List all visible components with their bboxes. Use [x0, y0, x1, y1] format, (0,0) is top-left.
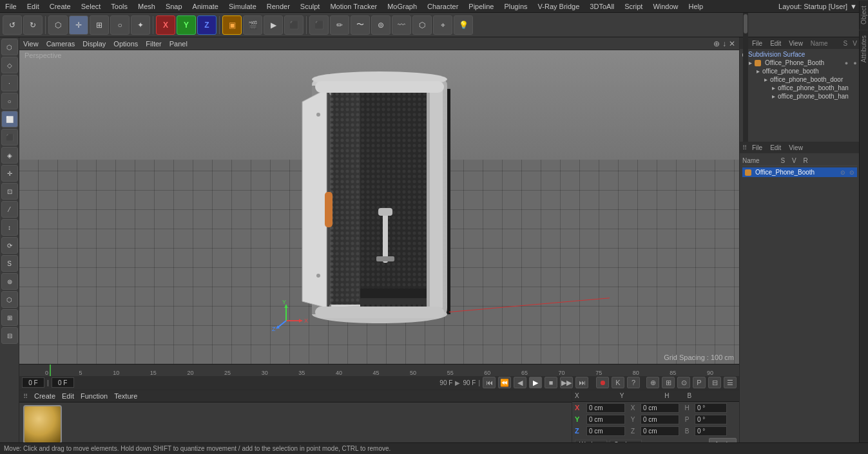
menu-script[interactable]: Script	[622, 3, 645, 10]
rotate-tool-button[interactable]: ○	[110, 15, 130, 35]
menu-mograph[interactable]: MoGraph	[385, 3, 420, 10]
menu-create[interactable]: Create	[47, 3, 73, 10]
left-tool-4[interactable]: ∕	[1, 201, 18, 218]
x-size-field[interactable]: 0 cm	[641, 403, 679, 413]
left-tool-8[interactable]: ⊛	[1, 273, 18, 290]
menu-animate[interactable]: Animate	[190, 3, 221, 10]
vp-menu-display[interactable]: Display	[82, 40, 106, 48]
left-tool-7[interactable]: S	[1, 255, 18, 272]
prev-keyframe-button[interactable]: ⏪	[498, 377, 511, 388]
prev-frame-button[interactable]: ◀	[514, 377, 526, 388]
current-frame-input[interactable]: 0 F	[22, 377, 44, 388]
tree-item-handle-2[interactable]: ▸ office_phone_booth_han	[741, 92, 867, 100]
fps-button[interactable]: ⊙	[677, 377, 690, 388]
menu-pipeline[interactable]: Pipeline	[466, 3, 496, 10]
h-rot-field[interactable]: 0 °	[695, 403, 727, 413]
polygon-mode-button[interactable]: ⬡	[1, 39, 18, 55]
attr-view-tab[interactable]: View	[786, 144, 805, 151]
key-settings-button[interactable]: ?	[627, 377, 640, 388]
menu-select[interactable]: Select	[79, 3, 104, 10]
start-frame-input[interactable]: 0 F	[52, 377, 74, 388]
menu-file[interactable]: File	[3, 3, 19, 10]
render-to-picture-button[interactable]: 🎬	[243, 15, 262, 35]
menu-simulate[interactable]: Simulate	[226, 3, 259, 10]
menu-sculpt[interactable]: Sculpt	[298, 3, 323, 10]
stop-button[interactable]: ■	[545, 377, 557, 388]
scroll-thumb[interactable]	[744, 14, 747, 33]
undo-button[interactable]: ↺	[3, 15, 22, 35]
attributes-tab[interactable]: Attributes	[859, 30, 868, 68]
menu-help[interactable]: Help	[686, 3, 706, 10]
vp-menu-view[interactable]: View	[23, 40, 39, 48]
object-mode-button[interactable]: ○	[1, 93, 18, 109]
tree-item-subdivision[interactable]: ▸ Subdivision Surface	[741, 50, 867, 59]
menu-motion-tracker[interactable]: Motion Tracker	[327, 3, 380, 10]
y-size-field[interactable]: 0 cm	[641, 415, 679, 424]
menu-mesh[interactable]: Mesh	[135, 3, 158, 10]
play-button[interactable]: ▶	[529, 377, 542, 388]
sm-view-tab[interactable]: View	[786, 40, 805, 47]
light-button[interactable]: 💡	[454, 15, 473, 35]
tree-item-handle-1[interactable]: ▸ office_phone_booth_han	[741, 84, 867, 92]
uv-mode-button[interactable]: ⬜	[1, 111, 18, 128]
keyframe-button[interactable]: ⊕	[646, 377, 659, 388]
vp-menu-options[interactable]: Options	[113, 40, 138, 48]
left-tool-9[interactable]: ⬡	[1, 291, 18, 308]
x-position-field[interactable]: 0 cm	[586, 403, 625, 413]
left-tool-5[interactable]: ↕	[1, 219, 18, 236]
scale-tool-button[interactable]: ⊞	[90, 15, 109, 35]
timeline-settings-button[interactable]: ⊟	[708, 377, 721, 388]
layout-dropdown-icon[interactable]: ▼	[850, 3, 857, 10]
z-position-field[interactable]: 0 cm	[586, 426, 625, 436]
z-size-field[interactable]: 0 cm	[641, 426, 679, 436]
menu-plugins[interactable]: Plugins	[501, 3, 530, 10]
autokey-button[interactable]: K	[612, 377, 624, 388]
menu-snap[interactable]: Snap	[163, 3, 185, 10]
menu-character[interactable]: Character	[425, 3, 461, 10]
camera-button[interactable]: ⌖	[433, 15, 452, 35]
cube-button[interactable]: ⬛	[309, 15, 329, 35]
move-tool-button[interactable]: ✛	[69, 15, 88, 35]
left-tool-2[interactable]: ✛	[1, 165, 18, 182]
extrude-button[interactable]: ⬡	[412, 15, 432, 35]
z-axis-button[interactable]: Z	[197, 15, 217, 35]
menu-render[interactable]: Render	[264, 3, 293, 10]
go-to-start-button[interactable]: ⏮	[483, 377, 496, 388]
x-axis-button[interactable]: X	[156, 15, 175, 35]
transform-button[interactable]: ✦	[131, 15, 150, 35]
scene-scrollbar[interactable]	[743, 13, 748, 142]
material-thumbnail[interactable]	[23, 405, 62, 444]
snap-button[interactable]: ⊞	[662, 377, 675, 388]
deformer-button[interactable]: 〰	[392, 15, 411, 35]
mat-menu-function[interactable]: Function	[81, 392, 108, 400]
tree-item-phone-booth[interactable]: ▸ Office_Phone_Booth ● ● ●	[741, 59, 867, 67]
y-position-field[interactable]: 0 cm	[586, 415, 625, 424]
viewport[interactable]: View Cameras Display Options Filter Pane…	[19, 37, 739, 364]
texture-mode-button[interactable]: ⬛	[1, 129, 18, 146]
tree-item-mesh-booth[interactable]: ▸ office_phone_booth	[741, 67, 867, 75]
mat-menu-texture[interactable]: Texture	[114, 392, 137, 400]
record-button[interactable]: ⏺	[596, 377, 609, 388]
y-axis-button[interactable]: Y	[177, 15, 196, 35]
viewport-down-icon[interactable]: ↓	[722, 39, 726, 48]
render-settings-button[interactable]: ▣	[222, 15, 242, 35]
array-button[interactable]: ⊚	[371, 15, 391, 35]
attr-edit-tab[interactable]: Edit	[767, 144, 784, 151]
attr-file-tab[interactable]: File	[749, 144, 765, 151]
viewport-expand-icon[interactable]: ⊕	[713, 39, 720, 48]
left-tool-10[interactable]: ⊞	[1, 309, 18, 326]
redo-button[interactable]: ↻	[23, 15, 43, 35]
selected-object-row[interactable]: Office_Phone_Booth ⊙ ⊙	[742, 167, 857, 177]
select-tool-button[interactable]: ⬡	[48, 15, 68, 35]
left-tool-6[interactable]: ⟳	[1, 237, 18, 254]
go-to-end-button[interactable]: ⏭	[575, 377, 588, 388]
left-tool-3[interactable]: ⊡	[1, 183, 18, 200]
viewport-close-icon[interactable]: ✕	[729, 39, 735, 48]
render-viewport-button[interactable]: ▶	[264, 15, 283, 35]
menu-3dtoall[interactable]: 3DToAll	[587, 3, 617, 10]
pen-button[interactable]: ✏	[330, 15, 349, 35]
vp-menu-panel[interactable]: Panel	[169, 40, 188, 48]
left-tool-11[interactable]: ⊟	[1, 327, 18, 344]
edge-mode-button[interactable]: ◇	[1, 57, 18, 73]
menu-window[interactable]: Window	[650, 3, 680, 10]
